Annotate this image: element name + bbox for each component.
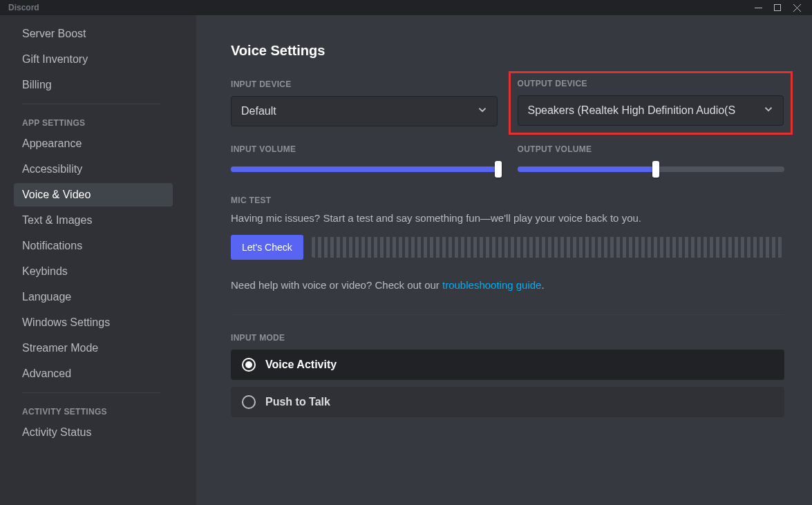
input-mode-voice-activity[interactable]: Voice Activity (231, 350, 784, 380)
input-mode-option-label: Push to Talk (265, 396, 330, 408)
titlebar: Discord (0, 0, 812, 15)
chevron-down-icon (476, 104, 489, 119)
settings-content: Voice Settings INPUT DEVICE Default OUTP… (196, 15, 812, 505)
app-title: Discord (6, 3, 39, 12)
output-device-highlight: OUTPUT DEVICE Speakers (Realtek High Def… (509, 71, 793, 135)
input-device-select[interactable]: Default (231, 96, 498, 126)
sidebar-item-billing[interactable]: Billing (14, 73, 173, 97)
sidebar-item-voice-video[interactable]: Voice & Video (14, 183, 173, 207)
divider (22, 104, 160, 104)
input-device-label: INPUT DEVICE (231, 79, 498, 89)
chevron-down-icon (762, 103, 775, 118)
sidebar-item-advanced[interactable]: Advanced (14, 362, 173, 385)
sidebar-item-notifications[interactable]: Notifications (14, 234, 173, 258)
output-volume-label: OUTPUT VOLUME (518, 144, 785, 154)
divider (22, 392, 160, 393)
sidebar-item-language[interactable]: Language (14, 285, 173, 309)
sidebar-header-activity-settings: ACTIVITY SETTINGS (14, 394, 191, 421)
svg-rect-0 (775, 5, 781, 11)
sidebar-item-text-images[interactable]: Text & Images (14, 209, 173, 232)
sidebar-item-appearance[interactable]: Appearance (14, 132, 173, 155)
mic-test-label: MIC TEST (231, 196, 784, 205)
output-volume-slider[interactable] (518, 161, 785, 178)
radio-icon (242, 395, 256, 409)
sidebar-item-server-boost[interactable]: Server Boost (14, 22, 173, 46)
page-title: Voice Settings (231, 43, 784, 59)
close-button[interactable] (787, 0, 806, 15)
input-mode-push-to-talk[interactable]: Push to Talk (231, 387, 784, 417)
sidebar-header-app-settings: APP SETTINGS (14, 106, 191, 132)
lets-check-button[interactable]: Let's Check (231, 235, 303, 260)
input-mode-option-label: Voice Activity (265, 359, 337, 371)
sidebar-item-activity-status[interactable]: Activity Status (14, 421, 173, 444)
input-volume-label: INPUT VOLUME (231, 144, 498, 154)
sidebar-item-windows-settings[interactable]: Windows Settings (14, 311, 173, 334)
settings-sidebar: Server Boost Gift Inventory Billing APP … (0, 15, 196, 505)
mic-level-bars (312, 237, 784, 258)
sidebar-item-gift-inventory[interactable]: Gift Inventory (14, 48, 173, 71)
sidebar-item-streamer-mode[interactable]: Streamer Mode (14, 336, 173, 360)
input-volume-slider[interactable] (231, 161, 498, 178)
mic-test-description: Having mic issues? Start a test and say … (231, 212, 784, 224)
radio-icon (242, 358, 256, 372)
sidebar-item-accessibility[interactable]: Accessibility (14, 158, 173, 181)
sidebar-item-keybinds[interactable]: Keybinds (14, 260, 173, 283)
troubleshooting-link[interactable]: troubleshooting guide (442, 279, 541, 291)
input-device-value: Default (241, 105, 276, 117)
divider (231, 314, 784, 315)
minimize-button[interactable] (748, 0, 768, 15)
output-device-value: Speakers (Realtek High Definition Audio(… (528, 104, 736, 117)
output-device-select[interactable]: Speakers (Realtek High Definition Audio(… (518, 95, 784, 126)
input-mode-label: INPUT MODE (231, 333, 784, 343)
help-text: Need help with voice or video? Check out… (231, 279, 784, 291)
output-device-label: OUTPUT DEVICE (518, 79, 784, 88)
maximize-button[interactable] (768, 0, 787, 15)
